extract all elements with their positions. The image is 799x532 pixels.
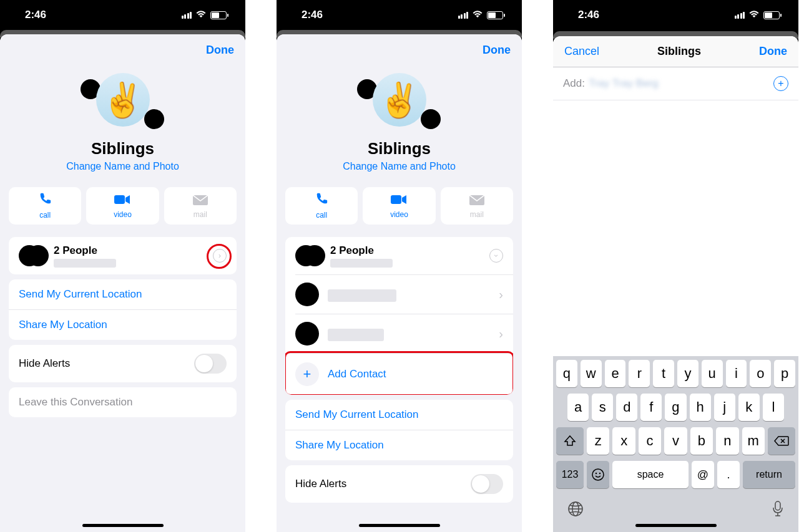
share-location-button[interactable]: Share My Location: [285, 430, 513, 460]
mail-icon: [469, 193, 484, 209]
member-row-2[interactable]: ›: [295, 314, 513, 353]
member-avatar-2: [144, 109, 164, 129]
phone-icon: [38, 192, 52, 210]
add-label: Add:: [563, 77, 585, 90]
key-l[interactable]: l: [763, 394, 784, 421]
add-plus-button[interactable]: +: [773, 76, 788, 91]
status-bar: 2:46: [553, 0, 798, 30]
key-a[interactable]: a: [567, 394, 589, 421]
key-j[interactable]: j: [714, 394, 735, 421]
add-contact-field[interactable]: Add: Tray Tray Berg +: [553, 67, 798, 100]
key-h[interactable]: h: [690, 394, 711, 421]
battery-icon: [487, 11, 503, 19]
svg-rect-2: [391, 195, 401, 204]
hide-alerts-row: Hide Alerts: [9, 345, 237, 382]
change-name-photo-link[interactable]: Change Name and Photo: [343, 161, 456, 172]
key-x[interactable]: x: [612, 427, 635, 455]
change-name-photo-link[interactable]: Change Name and Photo: [66, 161, 179, 172]
video-button[interactable]: video: [86, 187, 159, 225]
period-key[interactable]: .: [717, 461, 740, 488]
kb-row-3: zxcvbnm: [555, 427, 797, 455]
key-g[interactable]: g: [665, 394, 686, 421]
key-e[interactable]: e: [605, 360, 626, 387]
add-contact-row[interactable]: + Add Contact: [285, 353, 513, 395]
send-location-button[interactable]: Send My Current Location: [285, 400, 513, 430]
key-w[interactable]: w: [581, 360, 602, 387]
home-indicator[interactable]: [359, 524, 440, 527]
home-indicator[interactable]: [635, 524, 717, 527]
key-t[interactable]: t: [653, 360, 674, 387]
key-u[interactable]: u: [702, 360, 723, 387]
share-location-button[interactable]: Share My Location: [9, 310, 237, 340]
call-label: call: [316, 211, 327, 220]
people-avatars: [295, 243, 324, 268]
key-i[interactable]: i: [726, 360, 747, 387]
numbers-key[interactable]: 123: [556, 461, 584, 488]
key-c[interactable]: c: [639, 427, 661, 455]
backspace-key[interactable]: [768, 427, 795, 455]
hide-alerts-toggle[interactable]: [471, 474, 503, 494]
cancel-button[interactable]: Cancel: [564, 45, 599, 58]
send-location-button[interactable]: Send My Current Location: [9, 279, 237, 310]
mail-button: mail: [164, 187, 237, 225]
hide-alerts-toggle[interactable]: [194, 354, 227, 374]
cellular-icon: [182, 12, 192, 19]
people-row[interactable]: 2 People ›: [285, 237, 513, 274]
call-button[interactable]: call: [285, 187, 358, 225]
cellular-icon: [458, 12, 469, 19]
wifi-icon: [472, 9, 483, 21]
home-indicator[interactable]: [82, 524, 164, 527]
key-d[interactable]: d: [616, 394, 637, 421]
emoji-key[interactable]: [587, 461, 609, 488]
shift-key[interactable]: [556, 427, 584, 455]
member-avatar-2: [421, 109, 441, 129]
key-p[interactable]: p: [774, 360, 795, 387]
svg-point-6: [599, 473, 600, 474]
member-row-1[interactable]: ›: [295, 274, 513, 314]
key-y[interactable]: y: [677, 360, 699, 387]
key-m[interactable]: m: [742, 427, 765, 455]
svg-rect-10: [775, 501, 780, 510]
key-v[interactable]: v: [664, 427, 687, 455]
call-label: call: [39, 211, 51, 220]
globe-icon[interactable]: [567, 501, 584, 521]
status-bar: 2:46: [0, 0, 245, 30]
group-title: Siblings: [91, 139, 154, 158]
video-button[interactable]: video: [363, 187, 435, 225]
key-r[interactable]: r: [629, 360, 650, 387]
mail-icon: [193, 193, 208, 209]
done-button[interactable]: Done: [759, 45, 787, 58]
action-row: call video mail: [0, 182, 245, 232]
key-s[interactable]: s: [592, 394, 613, 421]
key-q[interactable]: q: [556, 360, 577, 387]
status-icons: [735, 9, 780, 21]
mic-icon[interactable]: [772, 501, 784, 521]
sheet-peek: [553, 31, 798, 39]
collapse-chevron-icon[interactable]: ›: [489, 249, 503, 263]
key-n[interactable]: n: [716, 427, 738, 455]
done-button[interactable]: Done: [206, 44, 234, 57]
cellular-icon: [735, 12, 745, 19]
at-key[interactable]: @: [692, 461, 714, 488]
key-b[interactable]: b: [690, 427, 713, 455]
chevron-icon: ›: [499, 288, 503, 302]
people-row[interactable]: 2 People ›: [9, 237, 237, 274]
key-o[interactable]: o: [750, 360, 771, 387]
key-k[interactable]: k: [738, 394, 760, 421]
expand-chevron-icon[interactable]: ›: [213, 249, 227, 263]
return-key[interactable]: return: [743, 461, 795, 488]
space-key[interactable]: space: [612, 461, 689, 488]
alerts-card: Hide Alerts: [285, 465, 513, 503]
group-header: ✌️ Siblings Change Name and Photo: [0, 65, 245, 182]
status-time: 2:46: [25, 9, 46, 21]
status-time: 2:46: [301, 9, 323, 21]
done-button[interactable]: Done: [483, 44, 511, 57]
video-label: video: [114, 210, 132, 219]
call-button[interactable]: call: [9, 187, 81, 225]
svg-point-4: [592, 469, 604, 480]
key-z[interactable]: z: [587, 427, 609, 455]
hide-alerts-row: Hide Alerts: [285, 465, 513, 503]
mail-label: mail: [194, 210, 207, 219]
member-avatar: [295, 322, 319, 346]
key-f[interactable]: f: [640, 394, 662, 421]
